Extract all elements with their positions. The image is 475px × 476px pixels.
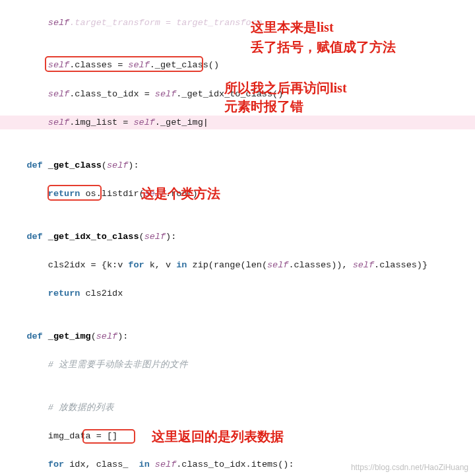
watermark: https://blog.csdn.net/HaoZiHuang [351,463,468,472]
paren: ): [166,232,176,242]
code-text: img_data = [] [5,431,117,441]
indent [5,160,26,170]
self-kw: self [96,331,117,341]
space [43,331,48,341]
code-text: .classes)), [288,260,352,270]
indent [5,403,48,413]
code-text: os.listdir( [80,189,144,199]
code-text: .root) [166,189,198,199]
func-name: _get_class [48,160,102,170]
comment: # 这里需要手动除去非图片的文件 [48,360,188,370]
in-kw: in [139,459,150,469]
code-text: ._get_img [155,118,203,127]
code-text: zip(range(len( [187,260,267,270]
code-text: .img_list = [69,118,133,127]
indent [5,18,48,28]
paren: ): [117,331,128,341]
self-kw: self [48,118,69,127]
code-text: ._get_class() [150,60,219,70]
self-kw: self [48,60,69,70]
def-kw: def [26,232,42,242]
def-kw: def [26,331,42,341]
code-text: .target_transform = target_transform [69,18,262,28]
space [43,232,48,242]
code-text: .class_to_idx = [69,89,155,99]
indent [5,60,48,70]
indent [5,232,26,242]
self-kw: self [155,459,176,469]
self-kw: self [144,232,166,242]
paren: ): [128,160,139,170]
code-text: .classes)} [374,260,428,270]
self-kw: self [267,260,288,270]
def-kw: def [26,160,42,170]
indent [5,289,48,298]
paren: ( [91,331,96,341]
code-text: k, v [144,260,177,270]
return-kw: return [48,289,80,298]
comment: # 放数据的列表 [48,403,114,413]
paren: ( [139,232,144,242]
self-kw: self [107,160,128,170]
func-name: _get_idx_to_class [48,232,139,242]
paren: ( [102,160,107,170]
self-kw: self [144,189,166,199]
for-kw: for [128,260,144,270]
func-name: _get_img [48,331,91,341]
return-kw: return [48,189,80,199]
self-kw: self [128,60,149,70]
self-kw: self [48,18,69,28]
indent [5,360,48,370]
code-text: .class_to_idx.items(): [176,459,294,469]
code-text: cls2idx [80,289,123,298]
space [150,459,155,469]
for-kw: for [48,459,64,469]
code-block: self.target_transform = target_transform… [0,0,475,476]
code-text: cls2idx = {k:v [5,260,128,270]
indent [5,459,48,469]
self-kw: self [155,89,176,99]
indent [5,118,48,127]
self-kw: self [48,89,69,99]
code-text: idx, class_ [64,459,139,469]
code-text: .classes = [69,60,128,70]
self-kw: self [133,118,154,127]
indent [5,331,26,341]
indent [5,89,48,99]
self-kw: self [353,260,374,270]
code-text: ._get_idx_to_class() [176,89,283,99]
space [43,160,48,170]
indent [5,189,48,199]
in-kw: in [176,260,187,270]
